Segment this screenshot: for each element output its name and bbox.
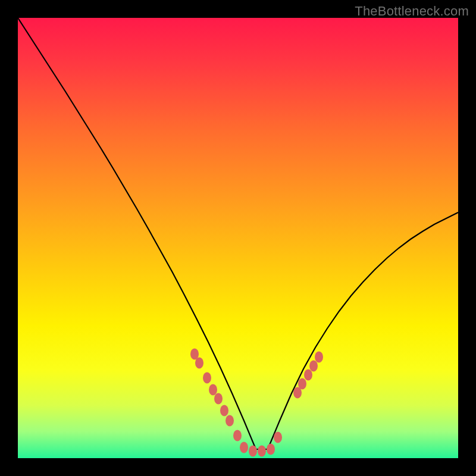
curve-marker <box>203 372 211 384</box>
curve-marker <box>209 384 217 396</box>
curve-marker <box>220 405 228 416</box>
curve-marker <box>226 415 234 427</box>
curve-marker <box>249 446 257 457</box>
curve-marker <box>267 444 275 455</box>
curve-marker <box>258 446 266 457</box>
curve-marker <box>298 378 306 390</box>
curve-marker <box>274 432 282 443</box>
curve-marker <box>315 352 323 363</box>
watermark-text: TheBottleneck.com <box>355 4 469 19</box>
curve-marker <box>195 358 203 369</box>
curve-marker <box>304 369 312 381</box>
gradient-backplate <box>18 18 458 458</box>
curve-marker <box>309 361 318 372</box>
curve-marker <box>240 442 248 453</box>
bottleneck-chart <box>18 18 458 458</box>
curve-marker <box>233 430 242 441</box>
curve-marker <box>214 393 223 405</box>
